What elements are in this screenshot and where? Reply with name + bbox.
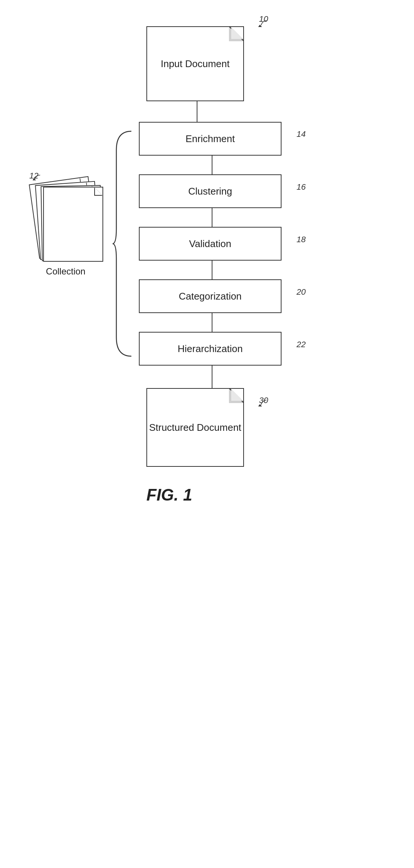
clustering-box: Clustering xyxy=(139,174,282,208)
collection-label: Collection xyxy=(46,266,85,276)
categorization-label: Categorization xyxy=(179,291,242,302)
svg-marker-3 xyxy=(258,404,262,406)
structured-document-shape xyxy=(146,388,244,467)
ref-16: 16 xyxy=(297,182,306,192)
fig-label: FIG. 1 xyxy=(146,486,192,504)
fold-corner-structured xyxy=(229,388,244,403)
collection-page-1 xyxy=(43,187,103,262)
clustering-label: Clustering xyxy=(188,186,232,197)
ref-22: 22 xyxy=(297,340,306,349)
ref-20: 20 xyxy=(297,287,306,297)
hierarchization-box: Hierarchization xyxy=(139,332,282,366)
svg-marker-2 xyxy=(33,178,36,180)
fold-corner-input xyxy=(229,26,244,41)
ref-18: 18 xyxy=(297,235,306,244)
ref-10-arrow xyxy=(255,19,270,28)
ref-12-arrow xyxy=(32,173,43,181)
collection-brace xyxy=(111,127,137,360)
diagram: 10 Input Document 14 Enrichment 16 Clust… xyxy=(0,0,414,868)
ref-14: 14 xyxy=(297,129,306,139)
hierarchization-label: Hierarchization xyxy=(178,343,242,355)
enrichment-box: Enrichment xyxy=(139,122,282,156)
validation-box: Validation xyxy=(139,227,282,261)
categorization-box: Categorization xyxy=(139,279,282,313)
svg-marker-0 xyxy=(258,25,262,27)
enrichment-label: Enrichment xyxy=(185,133,235,145)
validation-label: Validation xyxy=(189,238,231,250)
collection-label-container: Collection xyxy=(24,266,107,277)
ref-30-arrow xyxy=(255,398,270,408)
input-document-shape xyxy=(146,26,244,101)
